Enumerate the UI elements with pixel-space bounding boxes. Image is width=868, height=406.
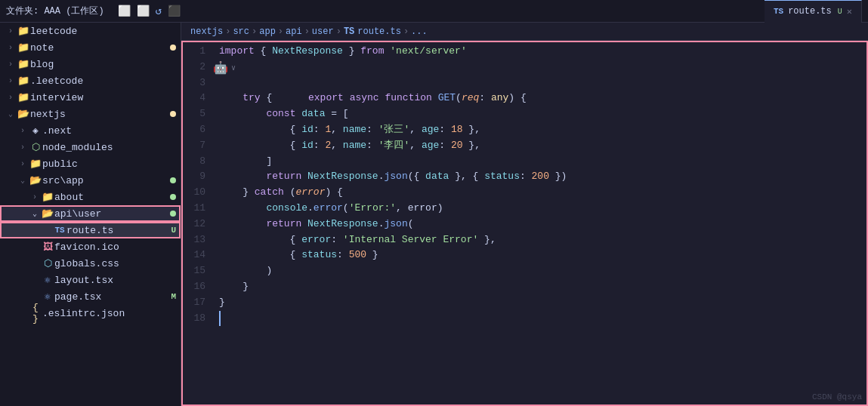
tsx-file-icon: ⚛ [41,274,54,286]
sidebar-item-label: api\user [54,208,170,220]
code-wrapper: 🤖 ∨ 1 2 3 4 5 6 7 8 9 10 11 12 13 14 15 … [181,41,868,406]
code-line: } [219,295,862,311]
breadcrumb-part: nextjs [190,26,223,37]
tab-filename: route.ts [788,6,832,17]
code-line [219,311,862,327]
code-line: { id: 2, name: '李四', age: 20 }, [219,138,862,154]
sidebar-item-public[interactable]: › 📁 public [0,155,181,172]
code-line: console.error('Error:', error) [219,201,862,217]
code-line: ] [219,154,862,170]
ts-badge: TS [774,7,783,16]
sidebar-item-label: src\app [42,175,170,186]
sidebar-item-leetcode[interactable]: › 📁 leetcode [0,23,181,39]
sidebar-item-label: .leetcode [30,75,181,87]
sidebar-item-next[interactable]: › ◈ .next [0,122,181,139]
sidebar-item-nextjs[interactable]: ⌄ 📂 nextjs [0,106,181,122]
modified-badge [170,194,176,200]
sidebar-item-about[interactable]: › 📁 about [0,189,181,205]
folder-icon: 📁 [17,91,30,103]
breadcrumb-ts-badge: TS [344,26,354,37]
sidebar-item-blog[interactable]: › 📁 blog [0,56,181,72]
sidebar-item-label: node_modules [42,142,181,153]
workspace-title: 文件夹: AAA (工作区) [6,5,104,17]
breadcrumb-part: user [312,26,334,37]
ico-file-icon: 🖼 [41,241,54,253]
chevron-right-icon: › [17,160,29,168]
refresh-icon[interactable]: ↺ [156,5,162,17]
code-line: return NextResponse.json({ data }, { sta… [219,169,862,185]
code-line: import { NextResponse } from 'next/serve… [219,44,862,60]
folder-icon: 📁 [17,75,30,87]
folder-open-icon: 📂 [29,174,42,186]
sidebar-item-layout[interactable]: ⚛ layout.tsx [0,272,181,288]
main-layout: › 📁 leetcode › 📁 note › 📁 blog [0,23,868,406]
chevron-right-icon: › [5,27,17,35]
sidebar-item-srcapp[interactable]: ⌄ 📂 src\app [0,172,181,189]
sidebar-item-label: globals.css [54,258,181,269]
code-line: } catch (error) { [219,185,862,201]
chevron-right-icon: › [5,94,17,102]
breadcrumb-part: api [286,26,302,37]
sidebar-item-globals-css[interactable]: ⬡ globals.css [0,255,181,272]
folder-icon: 📁 [41,191,54,203]
breadcrumb-sep: › [278,26,283,37]
code-editor[interactable]: import { NextResponse } from 'next/serve… [213,41,868,406]
breadcrumb-sep: › [225,26,230,37]
editor-area: nextjs › src › app › api › user › TS rou… [181,23,868,406]
chevron-right-icon: › [5,77,17,85]
sidebar-item-favicon[interactable]: 🖼 favicon.ico [0,238,181,255]
breadcrumb-part: app [259,26,276,37]
sidebar-item-label: layout.tsx [54,275,181,286]
modified-badge-letter: M [171,292,176,301]
sidebar-item-apiuser[interactable]: ⌄ 📂 api\user [0,205,181,222]
modified-badge [170,211,176,217]
breadcrumb-sep: › [304,26,310,37]
chevron-right-icon: › [5,60,17,69]
modified-badge [170,177,176,183]
tab-bar: TS route.ts U ✕ [765,0,862,23]
line-numbers: 1 2 3 4 5 6 7 8 9 10 11 12 13 14 15 16 1… [181,41,213,406]
new-file-icon[interactable]: ⬜ [118,5,131,17]
chevron-down-icon: ⌄ [17,176,29,185]
copilot-row: 🤖 ∨ [213,60,236,75]
sidebar-item-label: note [30,42,170,54]
breadcrumb: nextjs › src › app › api › user › TS rou… [181,23,868,41]
breadcrumb-part: src [233,26,249,37]
modified-badge [170,111,176,117]
folder-icon: 📁 [17,25,30,37]
css-file-icon: ⬡ [41,257,54,269]
modified-badge [170,45,176,51]
code-line: export async function GET(req: any) { [219,75,862,91]
sidebar-item-dotleetcode[interactable]: › 📁 .leetcode [0,72,181,89]
folder-icon: 📁 [17,42,30,54]
file-tree: › 📁 leetcode › 📁 note › 📁 blog [0,23,181,321]
sidebar-item-label: page.tsx [54,291,171,303]
folder-icon: 📁 [17,58,30,70]
folder-open-icon: 📂 [17,108,30,120]
chevron-right-icon: › [17,127,29,135]
sidebar-item-note[interactable]: › 📁 note [0,39,181,56]
code-line: { error: 'Internal Server Error' }, [219,232,862,248]
code-line [219,60,862,75]
code-line: const data = [ [219,106,862,122]
new-folder-icon[interactable]: ⬜ [137,5,150,17]
sidebar-item-node-modules[interactable]: › ⬡ node_modules [0,139,181,155]
breadcrumb-sep: › [403,26,409,37]
sidebar-item-page[interactable]: ⚛ page.tsx M [0,288,181,305]
chevron-down-icon: ⌄ [5,109,17,118]
tab-route-ts[interactable]: TS route.ts U ✕ [765,0,862,23]
sidebar-item-eslint[interactable]: { } .eslintrc.json [0,305,181,321]
sidebar-item-label: route.ts [66,225,171,236]
sidebar-item-label: .eslintrc.json [42,308,181,319]
sidebar-item-interview[interactable]: › 📁 interview [0,89,181,106]
tab-close-icon[interactable]: ✕ [847,6,852,17]
collapse-all-icon[interactable]: ⬛ [168,5,181,17]
nextjs-icon: ◈ [29,125,42,137]
untracked-badge: U [171,226,176,235]
code-line: { status: 500 } [219,248,862,263]
sidebar-item-routets[interactable]: TS route.ts U [0,222,181,238]
code-line: } [219,279,862,295]
sidebar: › 📁 leetcode › 📁 note › 📁 blog [0,23,181,406]
breadcrumb-ellipsis: ... [411,26,428,37]
copilot-icon: 🤖 [213,60,228,75]
